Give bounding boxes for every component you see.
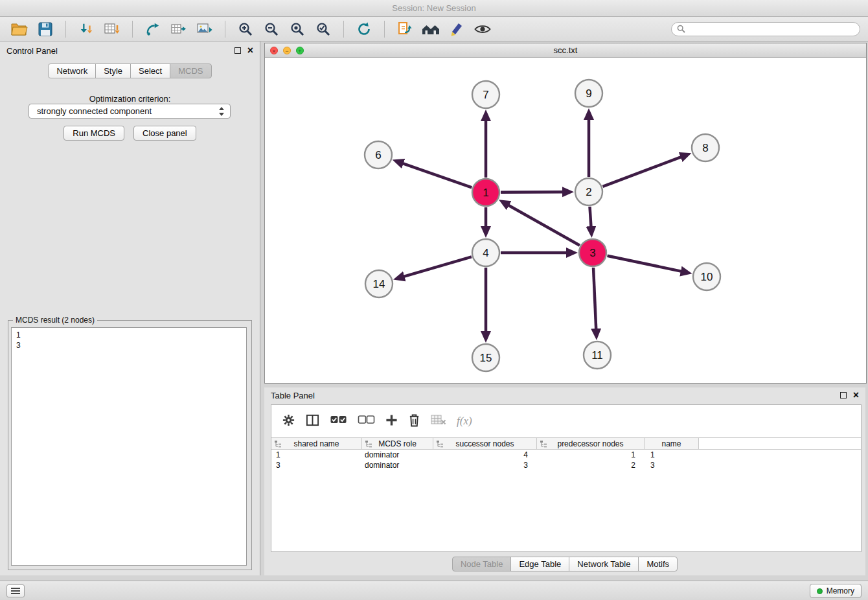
graph-node-8[interactable]: 8 — [692, 134, 719, 161]
tab-network[interactable]: Network — [48, 63, 96, 78]
graph-node-14[interactable]: 14 — [365, 270, 393, 297]
graph-node-15[interactable]: 15 — [472, 344, 499, 371]
graph-node-4[interactable]: 4 — [472, 239, 499, 266]
function-builder-button[interactable]: f(x) — [457, 415, 472, 428]
tab-mcds[interactable]: MCDS — [170, 63, 211, 78]
edge-2-3[interactable] — [589, 207, 591, 229]
network-window-titlebar[interactable]: × − + scc.txt — [265, 43, 866, 58]
column-header-shared-name[interactable]: shared name — [271, 438, 362, 450]
cell-successor-nodes[interactable]: 3 — [433, 460, 537, 470]
graph-node-3[interactable]: 3 — [579, 239, 606, 266]
mcds-result-title: MCDS result (2 nodes) — [13, 316, 97, 325]
import-network-icon — [78, 22, 94, 36]
edge-3-1[interactable] — [507, 204, 580, 246]
graph-node-7[interactable]: 7 — [472, 81, 499, 108]
column-header-name[interactable]: name — [645, 438, 699, 450]
close-panel-button[interactable]: Close panel — [133, 126, 196, 141]
export-table-button[interactable] — [167, 19, 190, 40]
criterion-dropdown[interactable]: strongly connected component — [29, 104, 231, 119]
zoom-out-button[interactable] — [260, 19, 283, 40]
status-bar: Memory — [0, 581, 868, 600]
gear-icon — [282, 413, 295, 427]
tab-motifs[interactable]: Motifs — [638, 557, 678, 571]
edge-1-2[interactable] — [501, 192, 565, 192]
optimization-criterion-label: Optimization criterion: — [0, 94, 260, 104]
zoom-selected-button[interactable] — [312, 19, 335, 40]
open-session-button[interactable] — [8, 19, 31, 40]
delete-table-button[interactable] — [431, 414, 446, 428]
graph-node-9[interactable]: 9 — [575, 80, 602, 107]
home-button[interactable] — [419, 19, 442, 40]
delete-column-button[interactable] — [408, 413, 420, 430]
edge-3-11[interactable] — [593, 268, 596, 331]
import-table-button[interactable] — [100, 19, 124, 40]
cell-successor-nodes[interactable]: 4 — [433, 450, 537, 460]
tab-node-table[interactable]: Node Table — [452, 557, 512, 571]
tab-style[interactable]: Style — [95, 63, 131, 78]
zoom-in-button[interactable] — [234, 19, 257, 40]
export-image-button[interactable] — [193, 19, 216, 40]
svg-text:11: 11 — [591, 349, 603, 362]
column-header-mcds-role[interactable]: MCDS role — [362, 438, 433, 450]
edge-1-6[interactable] — [401, 163, 472, 187]
refresh-layout-button[interactable] — [352, 19, 376, 40]
column-header-predecessor-nodes[interactable]: predecessor nodes — [537, 438, 645, 450]
memory-button[interactable]: Memory — [810, 584, 862, 598]
cell-predecessor-nodes[interactable]: 1 — [537, 450, 645, 460]
close-panel-icon[interactable]: × — [247, 47, 253, 54]
cell-name[interactable]: 1 — [645, 450, 699, 460]
window-zoom-icon[interactable]: + — [296, 47, 304, 54]
float-panel-icon[interactable] — [840, 392, 847, 398]
tab-edge-table[interactable]: Edge Table — [510, 557, 569, 571]
task-history-button[interactable] — [6, 584, 25, 597]
mcds-result-list[interactable]: 1 3 — [11, 327, 247, 566]
show-columns-button[interactable] — [306, 413, 319, 430]
svg-text:9: 9 — [586, 87, 591, 100]
network-canvas[interactable]: 1234678910111415 — [265, 58, 866, 383]
open-folder-icon — [11, 22, 28, 36]
tab-select[interactable]: Select — [130, 63, 170, 78]
deselect-all-button[interactable] — [358, 414, 375, 428]
save-session-button[interactable] — [34, 19, 57, 40]
run-mcds-button[interactable]: Run MCDS — [63, 126, 124, 141]
cell-name[interactable]: 3 — [645, 460, 699, 470]
delete-table-icon — [431, 414, 446, 426]
cell-predecessor-nodes[interactable]: 2 — [537, 460, 645, 470]
network-file-button[interactable] — [393, 19, 417, 40]
graph-node-6[interactable]: 6 — [365, 141, 392, 168]
select-all-button[interactable] — [330, 414, 347, 428]
table-settings-button[interactable] — [282, 413, 295, 430]
cell-shared-name[interactable]: 3 — [271, 460, 362, 470]
cell-mcds-role[interactable]: dominator — [362, 450, 433, 460]
network-graph: 1234678910111415 — [265, 58, 866, 383]
eye-icon — [474, 23, 491, 35]
graph-node-10[interactable]: 10 — [693, 263, 720, 290]
add-column-button[interactable] — [385, 414, 398, 429]
import-network-button[interactable] — [74, 19, 98, 40]
close-panel-icon[interactable]: × — [853, 391, 859, 399]
cell-shared-name[interactable]: 1 — [271, 450, 362, 460]
dropdown-stepper-icon — [218, 106, 225, 117]
edge-2-8[interactable] — [603, 156, 683, 187]
window-close-icon[interactable]: × — [270, 47, 278, 54]
export-network-button[interactable] — [141, 19, 165, 40]
edge-4-14[interactable] — [402, 257, 472, 277]
edge-3-10[interactable] — [608, 256, 683, 272]
search-input[interactable] — [689, 25, 854, 34]
window-minimize-icon[interactable]: − — [283, 47, 291, 54]
graph-node-2[interactable]: 2 — [575, 178, 602, 205]
graph-node-11[interactable]: 11 — [584, 341, 611, 369]
table-row[interactable]: 1 dominator 4 1 1 — [271, 450, 861, 460]
show-hide-button[interactable] — [471, 19, 494, 40]
zoom-fit-button[interactable] — [286, 19, 309, 40]
table-row[interactable]: 3 dominator 3 2 3 — [271, 460, 861, 470]
tab-network-table[interactable]: Network Table — [569, 557, 639, 571]
column-header-successor-nodes[interactable]: successor nodes — [433, 438, 537, 450]
network-view-window: × − + scc.txt 1234678910111415 — [264, 43, 867, 384]
style-brush-button[interactable] — [445, 19, 468, 40]
search-box[interactable] — [671, 22, 860, 36]
float-panel-icon[interactable] — [234, 47, 241, 54]
cell-mcds-role[interactable]: dominator — [362, 460, 433, 470]
graph-node-1[interactable]: 1 — [472, 179, 499, 206]
homes-icon — [421, 22, 440, 36]
